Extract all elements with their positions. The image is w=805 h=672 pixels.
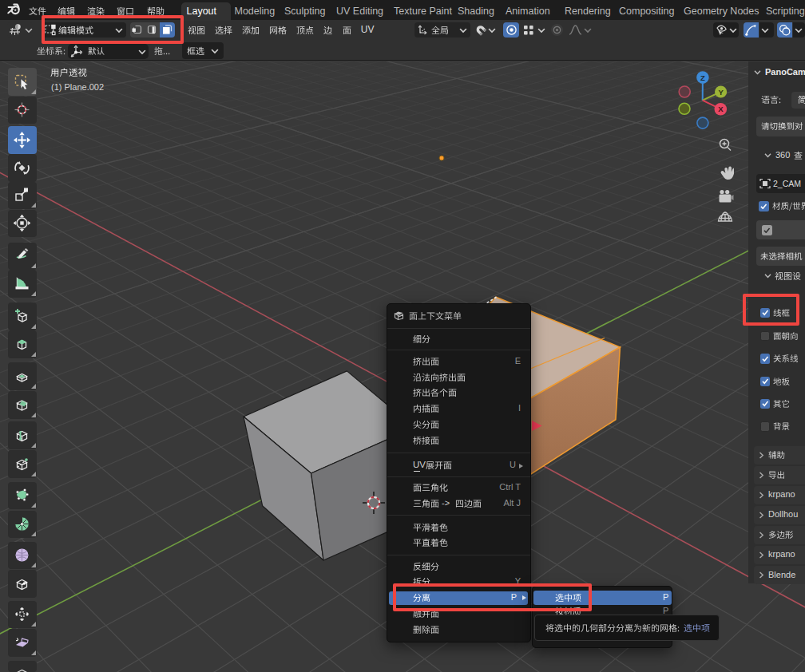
svg-text:Y: Y	[718, 88, 724, 97]
svg-text:X: X	[718, 105, 724, 113]
svg-text:Z: Z	[700, 73, 705, 82]
